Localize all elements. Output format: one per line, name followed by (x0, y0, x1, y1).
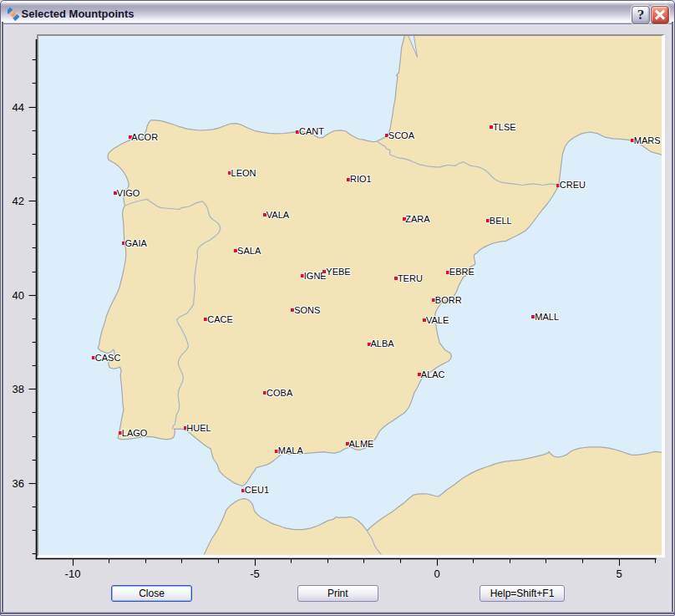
svg-text:CASC: CASC (95, 353, 121, 363)
svg-text:LAGO: LAGO (122, 428, 148, 438)
svg-text:5: 5 (616, 568, 622, 580)
svg-text:MALL: MALL (535, 312, 559, 322)
svg-text:VIGO: VIGO (117, 188, 140, 198)
svg-text:38: 38 (13, 383, 24, 395)
svg-text:36: 36 (13, 477, 24, 490)
svg-text:SCOA: SCOA (388, 130, 415, 140)
svg-text:-10: -10 (65, 568, 81, 580)
svg-text:-5: -5 (250, 568, 260, 580)
svg-text:SONS: SONS (294, 305, 320, 315)
svg-text:44: 44 (13, 101, 24, 114)
svg-text:0: 0 (434, 568, 439, 580)
svg-text:MALA: MALA (278, 445, 304, 456)
svg-text:HUEL: HUEL (186, 423, 211, 433)
svg-text:MARS: MARS (634, 135, 661, 145)
svg-text:COBA: COBA (266, 388, 293, 398)
svg-text:BELL: BELL (490, 216, 512, 226)
svg-text:TERU: TERU (398, 273, 423, 283)
svg-text:YEBE: YEBE (326, 267, 350, 277)
svg-text:BORR: BORR (435, 295, 462, 305)
svg-text:CANT: CANT (299, 126, 324, 136)
svg-text:TLSE: TLSE (493, 122, 516, 132)
svg-text:VALA: VALA (266, 210, 290, 220)
svg-text:GAIA: GAIA (125, 238, 148, 248)
svg-text:SALA: SALA (237, 246, 261, 256)
svg-text:40: 40 (13, 289, 24, 302)
svg-text:42: 42 (13, 195, 24, 207)
svg-text:LEON: LEON (231, 168, 256, 178)
svg-text:EBRE: EBRE (449, 267, 475, 277)
svg-text:VALE: VALE (426, 315, 449, 325)
svg-text:ALBA: ALBA (371, 339, 395, 349)
svg-text:ALME: ALME (349, 439, 374, 449)
svg-text:ACOR: ACOR (131, 132, 158, 142)
svg-text:RIO1: RIO1 (350, 174, 372, 184)
svg-text:CREU: CREU (560, 180, 586, 190)
svg-text:ZARA: ZARA (405, 214, 430, 224)
svg-text:ALAC: ALAC (421, 369, 445, 379)
svg-text:CACE: CACE (207, 314, 233, 324)
svg-text:CEU1: CEU1 (245, 485, 269, 495)
